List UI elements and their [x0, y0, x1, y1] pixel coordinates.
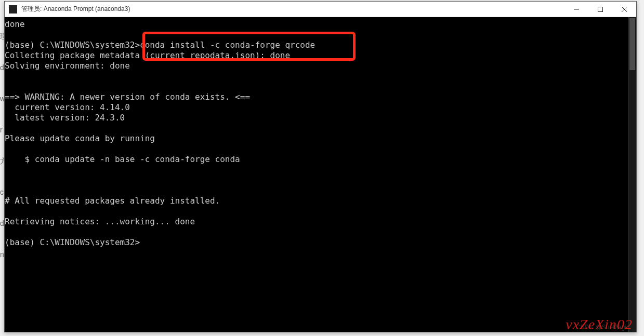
terminal-line: Retrieving notices: ...working... done: [5, 217, 628, 227]
terminal-line: [5, 71, 628, 82]
close-button[interactable]: [612, 2, 636, 17]
terminal-line: [5, 30, 628, 40]
scrollbar-thumb[interactable]: [629, 18, 635, 70]
terminal-output[interactable]: done (base) C:\WINDOWS\system32>conda in…: [5, 17, 628, 332]
minimize-button[interactable]: [564, 2, 588, 17]
close-icon: [622, 7, 627, 12]
terminal-line: [5, 165, 628, 175]
terminal-line: [5, 82, 628, 92]
terminal-line: current version: 4.14.0: [5, 102, 628, 113]
app-icon: [9, 5, 17, 14]
terminal-window: 管理员: Anaconda Prompt (anaconda3) done (b…: [4, 1, 637, 332]
titlebar[interactable]: 管理员: Anaconda Prompt (anaconda3): [5, 2, 636, 17]
terminal-line: [5, 227, 628, 237]
terminal-line: [5, 185, 628, 196]
svg-rect-1: [598, 7, 603, 11]
terminal-line: [5, 175, 628, 185]
terminal-line: # All requested packages already install…: [5, 196, 628, 206]
terminal-line: ==> WARNING: A newer version of conda ex…: [5, 92, 628, 102]
terminal-line: Please update conda by running: [5, 133, 628, 144]
terminal-line: $ conda update -n base -c conda-forge co…: [5, 154, 628, 165]
terminal-line: Collecting package metadata (current_rep…: [5, 50, 628, 61]
scrollbar[interactable]: [628, 17, 636, 332]
terminal-line: [5, 144, 628, 154]
window-title: 管理员: Anaconda Prompt (anaconda3): [21, 5, 564, 14]
terminal-body: done (base) C:\WINDOWS\system32>conda in…: [5, 17, 636, 332]
terminal-line: done: [5, 19, 628, 30]
minimize-icon: [574, 7, 579, 12]
terminal-line: (base) C:\WINDOWS\system32>: [5, 237, 628, 248]
terminal-line: [5, 123, 628, 133]
terminal-line: (base) C:\WINDOWS\system32>conda install…: [5, 40, 628, 50]
window-controls: [564, 2, 636, 17]
terminal-line: Solving environment: done: [5, 61, 628, 71]
maximize-icon: [598, 7, 603, 12]
terminal-line: latest version: 24.3.0: [5, 113, 628, 123]
terminal-line: [5, 206, 628, 217]
maximize-button[interactable]: [588, 2, 612, 17]
